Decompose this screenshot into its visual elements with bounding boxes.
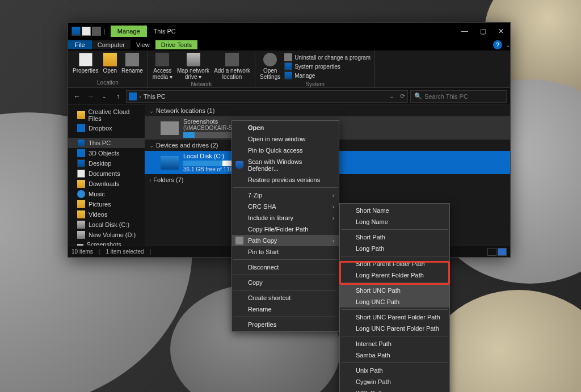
sidebar-item-label: Dropbox	[89, 125, 112, 132]
sidebar-item-local-disk-c-[interactable]: Local Disk (C:)	[68, 220, 145, 230]
sub-long-unc-parent[interactable]: Long UNC Parent Folder Path	[340, 323, 449, 334]
details-view-button[interactable]	[487, 248, 496, 256]
ctx-pin-quick-access[interactable]: Pin to Quick access	[232, 145, 339, 156]
sub-internet-path[interactable]: Internet Path	[340, 338, 449, 349]
sub-long-parent[interactable]: Long Parent Folder Path	[340, 269, 449, 281]
location-group-label: Location	[70, 79, 145, 86]
qat-customize-icon[interactable]	[92, 27, 101, 36]
sub-long-unc[interactable]: Long UNC Path	[340, 296, 449, 307]
qat-doc-icon[interactable]	[82, 27, 91, 36]
ctx-open[interactable]: Open	[232, 122, 339, 133]
ctx-scan-defender[interactable]: Scan with Windows Defender...	[232, 156, 339, 174]
sidebar-item-label: This PC	[89, 140, 111, 146]
close-button[interactable]: ✕	[492, 23, 510, 39]
doc-icon	[77, 170, 85, 178]
rename-button[interactable]: Rename	[119, 52, 145, 79]
search-input[interactable]: 🔍 Search This PC	[410, 90, 507, 103]
add-location-button[interactable]: Add a network location	[212, 52, 252, 81]
item-count: 10 items	[71, 248, 93, 255]
properties-button[interactable]: Properties	[70, 52, 101, 79]
drive-tools-tab[interactable]: Drive Tools	[155, 40, 197, 49]
sub-short-unc-parent[interactable]: Short UNC Parent Folder Path	[340, 311, 449, 323]
sidebar-item-label: New Volume (D:)	[89, 231, 136, 238]
view-tab[interactable]: View	[130, 40, 155, 49]
sidebar-item-this-pc[interactable]: This PC	[68, 138, 145, 148]
box-icon	[77, 124, 85, 132]
forward-button[interactable]: →	[85, 91, 96, 102]
sidebar-item-screenshots-macbook[interactable]: Screenshots (\\MACBOOK	[68, 240, 145, 246]
ctx-create-shortcut[interactable]: Create shortcut	[232, 292, 339, 304]
folder-icon	[77, 111, 85, 119]
ctx-copy-file-path[interactable]: Copy File/Folder Path	[232, 224, 339, 235]
search-icon: 🔍	[414, 92, 422, 100]
network-group-label: Network	[150, 81, 252, 88]
sub-long-name[interactable]: Long Name	[340, 216, 449, 227]
disk-icon	[77, 221, 85, 229]
selection-count: 1 item selected	[106, 248, 144, 255]
sidebar-item-label: Local Disk (C:)	[89, 221, 129, 228]
sub-short-name[interactable]: Short Name	[340, 205, 449, 216]
sidebar-item-3d-objects[interactable]: 3D Objects	[68, 148, 145, 158]
box-icon	[77, 149, 85, 157]
sidebar-item-dropbox[interactable]: Dropbox	[68, 123, 145, 133]
ctx-copy[interactable]: Copy	[232, 277, 339, 288]
sidebar-item-label: Desktop	[89, 160, 111, 167]
sidebar-item-pictures[interactable]: Pictures	[68, 199, 145, 209]
manage-button[interactable]: Manage	[283, 71, 372, 80]
sidebar-item-new-volume-d-[interactable]: New Volume (D:)	[68, 230, 145, 240]
sidebar-item-documents[interactable]: Documents	[68, 168, 145, 179]
recent-locations-button[interactable]: ⌄	[99, 91, 110, 102]
pc-icon	[71, 27, 81, 36]
open-button[interactable]: Open	[101, 52, 119, 79]
ribbon-tabs: File Computer View Drive Tools ? ⌄	[68, 39, 510, 50]
sidebar-item-videos[interactable]: Videos	[68, 209, 145, 220]
ctx-include-library[interactable]: Include in library›	[232, 212, 339, 224]
up-button[interactable]: ↑	[112, 91, 124, 102]
sub-short-unc[interactable]: Short UNC Path	[340, 285, 449, 296]
network-locations-header[interactable]: ⌄Network locations (1)	[145, 105, 510, 116]
maximize-button[interactable]: ▢	[474, 23, 492, 39]
ctx-disconnect[interactable]: Disconnect	[232, 262, 339, 273]
titlebar: | Manage This PC — ▢ ✕	[68, 23, 510, 39]
uninstall-button[interactable]: Uninstall or change a program	[283, 53, 372, 62]
sidebar-item-label: Downloads	[89, 180, 119, 187]
sidebar-item-music[interactable]: Music	[68, 189, 145, 199]
sub-short-path[interactable]: Short Path	[340, 231, 449, 243]
sidebar-item-downloads[interactable]: Downloads	[68, 179, 145, 189]
sidebar-item-creative-cloud-files[interactable]: Creative Cloud Files	[68, 107, 145, 123]
ctx-path-copy[interactable]: Path Copy›	[232, 235, 339, 246]
computer-tab[interactable]: Computer	[92, 40, 130, 49]
sidebar-item-desktop[interactable]: Desktop	[68, 158, 145, 168]
sidebar-item-label: 3D Objects	[89, 150, 119, 157]
file-tab[interactable]: File	[68, 40, 92, 49]
ctx-7zip[interactable]: 7-Zip›	[232, 189, 339, 201]
sub-unix-path[interactable]: Unix Path	[340, 365, 449, 376]
minimize-button[interactable]: —	[456, 23, 474, 39]
ctx-crc-sha[interactable]: CRC SHA›	[232, 201, 339, 212]
sub-short-parent[interactable]: Short Parent Folder Path	[340, 258, 449, 269]
path-copy-icon	[235, 237, 243, 245]
sidebar-item-label: Creative Cloud Files	[89, 108, 143, 122]
sub-long-path[interactable]: Long Path	[340, 243, 449, 254]
back-button[interactable]: ←	[71, 91, 83, 102]
sub-samba-path[interactable]: Samba Path	[340, 349, 449, 361]
breadcrumb[interactable]: › This PC ⌄ ⟳	[126, 90, 408, 103]
manage-tab[interactable]: Manage	[111, 26, 147, 37]
access-media-button[interactable]: Access media ▾	[150, 52, 175, 81]
sub-wsl-path[interactable]: WSL Path	[340, 387, 449, 392]
ctx-rename[interactable]: Rename	[232, 304, 339, 315]
help-icon[interactable]: ?	[493, 40, 502, 49]
map-drive-button[interactable]: Map network drive ▾	[175, 52, 212, 81]
folder-icon	[77, 200, 85, 208]
ctx-pin-start[interactable]: Pin to Start	[232, 246, 339, 258]
system-properties-button[interactable]: System properties	[283, 62, 372, 71]
ctx-open-new-window[interactable]: Open in new window	[232, 133, 339, 145]
ctx-properties[interactable]: Properties	[232, 319, 339, 330]
tiles-view-button[interactable]	[498, 248, 507, 256]
navigation-pane: Creative Cloud FilesDropboxThis PC3D Obj…	[68, 105, 145, 246]
sub-cygwin-path[interactable]: Cygwin Path	[340, 376, 449, 387]
ctx-restore-versions[interactable]: Restore previous versions	[232, 174, 339, 186]
shield-icon	[235, 161, 243, 169]
open-settings-button[interactable]: Open Settings	[258, 52, 283, 81]
path-copy-submenu: Short Name Long Name Short Path Long Pat…	[339, 203, 450, 392]
